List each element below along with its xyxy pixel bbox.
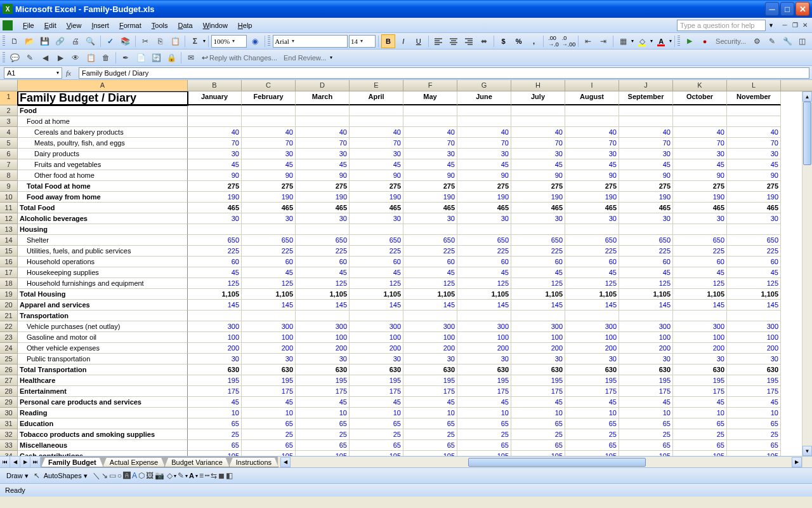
cell[interactable]: 190	[350, 192, 403, 203]
cell[interactable]: 65	[188, 440, 242, 451]
cell[interactable]: Cereals and bakery products	[18, 127, 188, 138]
cell[interactable]: 100	[350, 332, 403, 343]
menu-help[interactable]: Help	[233, 20, 258, 30]
cell[interactable]: 90	[188, 170, 242, 181]
cell[interactable]: Food away from home	[18, 192, 188, 203]
cell[interactable]: November	[727, 91, 781, 105]
cell[interactable]: 300	[619, 321, 673, 332]
cell[interactable]: 60	[403, 257, 457, 267]
cell[interactable]: 195	[727, 375, 781, 386]
draw-line-color-button[interactable]: ✎	[178, 471, 184, 480]
cell[interactable]	[296, 116, 350, 127]
cell[interactable]: 65	[673, 440, 727, 451]
cell[interactable]: 630	[619, 364, 673, 375]
row-header[interactable]: 4	[0, 127, 18, 138]
row-header[interactable]: 24	[0, 343, 18, 354]
row-header[interactable]: 5	[0, 138, 18, 149]
cell[interactable]: 300	[727, 321, 781, 332]
draw-line-dropdown[interactable]: ▾	[185, 473, 188, 479]
cell[interactable]: 650	[565, 235, 619, 246]
cell[interactable]: 195	[565, 375, 619, 386]
ink-button[interactable]: ✒	[119, 51, 133, 65]
cell[interactable]: 145	[350, 300, 403, 311]
cell[interactable]: 195	[511, 375, 565, 386]
cell[interactable]: 145	[727, 300, 781, 311]
menu-format[interactable]: Format	[114, 20, 147, 30]
select-all-corner[interactable]	[0, 80, 18, 91]
cell[interactable]: 25	[673, 429, 727, 440]
cell[interactable]: Gasoline and motor oil	[18, 332, 188, 343]
cell[interactable]: 300	[457, 321, 511, 332]
row-header[interactable]: 19	[0, 289, 18, 300]
cell[interactable]: 200	[350, 343, 403, 354]
cell[interactable]: 1,105	[188, 289, 242, 300]
security-button[interactable]: Security...	[713, 36, 749, 46]
cell[interactable]: 1,105	[727, 289, 781, 300]
oval-button[interactable]: ○	[117, 471, 122, 480]
cell[interactable]: 65	[403, 418, 457, 429]
cell[interactable]: 90	[457, 170, 511, 181]
cell[interactable]: 45	[727, 159, 781, 170]
reply-changes-button[interactable]: ↩Reply with Changes...	[199, 52, 280, 64]
col-header-F[interactable]: F	[403, 80, 457, 91]
cell[interactable]: 125	[188, 278, 242, 289]
cell[interactable]	[619, 311, 673, 321]
cell[interactable]: 30	[296, 354, 350, 364]
cell[interactable]: 60	[296, 257, 350, 267]
cell[interactable]: 200	[242, 343, 296, 354]
col-header-I[interactable]: I	[565, 80, 619, 91]
cell[interactable]: 60	[511, 257, 565, 267]
row-header[interactable]: 20	[0, 300, 18, 311]
cell[interactable]: 145	[565, 300, 619, 311]
cell[interactable]: 190	[673, 192, 727, 203]
cell[interactable]: 200	[619, 343, 673, 354]
cell[interactable]: Shelter	[18, 235, 188, 246]
cell[interactable]: 30	[619, 354, 673, 364]
cell[interactable]: 45	[242, 159, 296, 170]
cell[interactable]: 650	[619, 235, 673, 246]
cell[interactable]: 30	[242, 213, 296, 224]
cell[interactable]	[619, 116, 673, 127]
vba-button[interactable]: ⚙	[750, 34, 764, 48]
line-button[interactable]: ＼	[93, 471, 100, 481]
cell[interactable]: 650	[457, 235, 511, 246]
cell[interactable]: June	[457, 91, 511, 105]
cell[interactable]: 300	[511, 321, 565, 332]
merge-center-button[interactable]: ⬌	[477, 34, 491, 48]
copy-button[interactable]: ⎘	[154, 34, 167, 48]
toolbar-grip-4[interactable]	[3, 52, 5, 64]
cell[interactable]: 65	[511, 440, 565, 451]
cell[interactable]: Total Food at home	[18, 181, 188, 192]
borders-dropdown-icon[interactable]: ▾	[631, 38, 634, 44]
cell[interactable]: 465	[457, 203, 511, 213]
draw-fill-dropdown[interactable]: ▾	[174, 473, 176, 479]
cell[interactable]: 45	[403, 267, 457, 278]
cell[interactable]: 1,105	[619, 289, 673, 300]
cell[interactable]: 100	[457, 332, 511, 343]
cell[interactable]: 1,105	[296, 289, 350, 300]
italic-button[interactable]: I	[396, 34, 410, 48]
cell[interactable]: 65	[727, 440, 781, 451]
cell[interactable]: 60	[188, 257, 242, 267]
cell[interactable]: 25	[296, 429, 350, 440]
print-preview-button[interactable]: 🔍	[84, 34, 98, 48]
cell[interactable]: 65	[619, 418, 673, 429]
cell[interactable]: 105	[350, 451, 403, 456]
permission-button[interactable]: 🔗	[53, 34, 67, 48]
cell[interactable]: Public transportation	[18, 354, 188, 364]
cell[interactable]: Vehicle purchases (net outlay)	[18, 321, 188, 332]
row-header[interactable]: 33	[0, 440, 18, 451]
row-header[interactable]: 18	[0, 278, 18, 289]
font-combo[interactable]: Arial▾	[273, 35, 348, 48]
cell[interactable]: 65	[727, 418, 781, 429]
cell[interactable]: 70	[296, 138, 350, 149]
cell[interactable]: 175	[188, 386, 242, 397]
cell[interactable]: 40	[457, 127, 511, 138]
cell[interactable]: 30	[673, 149, 727, 159]
cell[interactable]: 300	[350, 321, 403, 332]
sheet-tab[interactable]: Actual Expense	[103, 458, 165, 467]
cell[interactable]: Reading	[18, 408, 188, 418]
review-dropdown-icon[interactable]: ▾	[330, 55, 332, 60]
cell[interactable]: 650	[242, 235, 296, 246]
fill-color-button[interactable]: ◇	[635, 34, 649, 48]
